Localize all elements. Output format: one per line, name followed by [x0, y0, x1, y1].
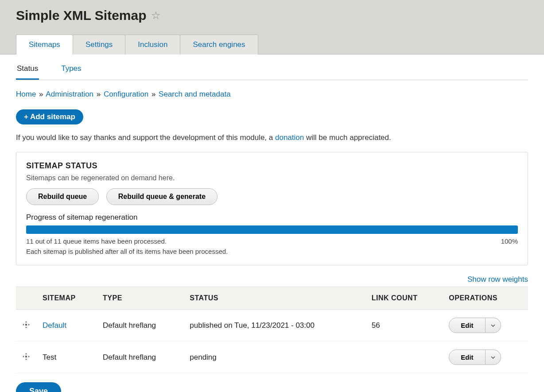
- breadcrumb: Home » Administration » Configuration » …: [16, 90, 528, 99]
- operations-dropdown-button[interactable]: [486, 318, 501, 333]
- donation-post: will be much appreciated.: [304, 133, 391, 142]
- col-status: STATUS: [183, 287, 365, 310]
- chevron-down-icon: [491, 323, 495, 328]
- sitemaps-table: SITEMAP TYPE STATUS LINK COUNT OPERATION…: [16, 287, 528, 373]
- breadcrumb-administration[interactable]: Administration: [46, 90, 93, 98]
- primary-tabs: Sitemaps Settings Inclusion Search engin…: [16, 35, 528, 54]
- show-row-weights-link[interactable]: Show row weights: [467, 275, 528, 283]
- chevron-down-icon: [491, 355, 495, 360]
- add-sitemap-label: Add sitemap: [30, 113, 75, 121]
- sitemap-status-fieldset: SITEMAP STATUS Sitemaps can be regenerat…: [16, 152, 528, 265]
- sitemap-name-link[interactable]: Default: [43, 321, 66, 330]
- donation-link[interactable]: donation: [275, 133, 304, 142]
- save-button[interactable]: Save: [16, 382, 61, 392]
- progress-fill: [26, 225, 518, 234]
- progress-percent: 100%: [501, 237, 518, 245]
- favorite-star-icon[interactable]: ☆: [151, 9, 161, 22]
- donation-text: If you would like to say thanks and supp…: [16, 133, 528, 142]
- page-title: Simple XML Sitemap: [16, 8, 147, 23]
- sitemap-link-count: [365, 342, 443, 373]
- breadcrumb-search-metadata[interactable]: Search and metadata: [159, 90, 231, 98]
- tab-inclusion[interactable]: Inclusion: [125, 35, 180, 54]
- breadcrumb-sep: »: [152, 90, 155, 98]
- sitemap-status-desc: Sitemaps can be regenerated on demand he…: [26, 174, 518, 182]
- col-link-count: LINK COUNT: [365, 287, 443, 310]
- col-operations: OPERATIONS: [443, 287, 528, 310]
- sitemap-link-count: 56: [365, 310, 443, 342]
- operations-dropdown-button[interactable]: [486, 349, 501, 365]
- col-type: TYPE: [97, 287, 183, 310]
- table-row: Default Default hreflang published on Tu…: [16, 310, 528, 342]
- add-sitemap-button[interactable]: +Add sitemap: [16, 109, 83, 124]
- tab-settings[interactable]: Settings: [73, 35, 125, 54]
- edit-button[interactable]: Edit: [449, 349, 485, 365]
- col-drag: [16, 287, 36, 310]
- rebuild-queue-button[interactable]: Rebuild queue: [26, 188, 99, 205]
- progress-bar: [26, 225, 518, 234]
- drag-handle-icon[interactable]: [22, 353, 30, 361]
- rebuild-queue-generate-button[interactable]: Rebuild queue & generate: [106, 188, 218, 205]
- sitemap-status: published on Tue, 11/23/2021 - 03:00: [183, 310, 365, 342]
- subtab-types[interactable]: Types: [60, 61, 82, 80]
- donation-pre: If you would like to say thanks and supp…: [16, 133, 275, 142]
- edit-button[interactable]: Edit: [449, 318, 485, 333]
- sitemap-status: pending: [183, 342, 365, 373]
- tab-sitemaps[interactable]: Sitemaps: [16, 35, 73, 54]
- col-sitemap: SITEMAP: [36, 287, 97, 310]
- sitemap-name: Test: [43, 353, 56, 361]
- table-row: Test Default hreflang pending Edit: [16, 342, 528, 373]
- plus-icon: +: [24, 113, 28, 121]
- breadcrumb-configuration[interactable]: Configuration: [104, 90, 148, 98]
- breadcrumb-sep: »: [39, 90, 43, 98]
- sitemap-status-legend: SITEMAP STATUS: [26, 161, 518, 171]
- secondary-tabs: Status Types: [16, 54, 528, 80]
- sitemap-type: Default hreflang: [97, 342, 183, 373]
- breadcrumb-home[interactable]: Home: [16, 90, 36, 98]
- progress-text: 11 out of 11 queue items have been proce…: [26, 237, 167, 245]
- sitemap-type: Default hreflang: [97, 310, 183, 342]
- breadcrumb-sep: »: [97, 90, 101, 98]
- subtab-status[interactable]: Status: [16, 61, 39, 80]
- progress-note: Each sitemap is published after all of i…: [26, 248, 518, 255]
- tab-search-engines[interactable]: Search engines: [180, 35, 258, 54]
- progress-label: Progress of sitemap regeneration: [26, 213, 518, 222]
- drag-handle-icon[interactable]: [22, 321, 30, 329]
